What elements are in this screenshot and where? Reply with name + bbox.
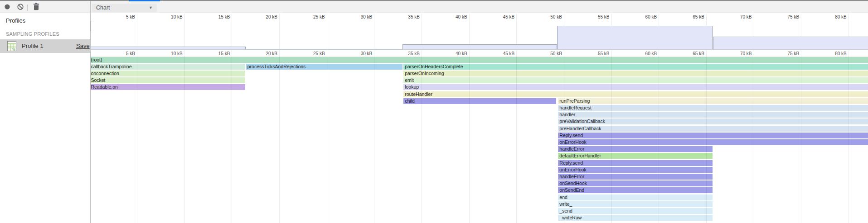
main-tick-label: 25 kB xyxy=(307,51,325,56)
flame-bar-routehandler[interactable]: routeHandler xyxy=(403,91,868,97)
flame-bar-callbacktrampoline[interactable]: callbackTrampoline xyxy=(91,64,245,70)
overview-ruler-underline xyxy=(91,21,868,21)
main-tick-label: 20 kB xyxy=(259,51,277,56)
gridline xyxy=(327,50,327,223)
gridline xyxy=(374,50,374,223)
gridline xyxy=(184,14,185,49)
overview-tick-label: 60 kB xyxy=(639,14,657,19)
flame-bar-prevalidationcallback[interactable]: preValidationCallback xyxy=(558,119,868,124)
toolbar-divider xyxy=(27,5,28,11)
overview-tick-label: 50 kB xyxy=(544,14,562,19)
main-tick-label: 10 kB xyxy=(165,51,183,56)
overview-tick-label: 55 kB xyxy=(592,14,610,19)
profile-list-item-selected[interactable]: % Profile 1 Save xyxy=(0,39,90,53)
record-heap-profile-button[interactable] xyxy=(1,1,14,13)
flame-chart-pane: 5 kB10 kB15 kB20 kB25 kB30 kB35 kB40 kB4… xyxy=(91,13,868,223)
chevron-down-icon: ▼ xyxy=(149,4,153,12)
overview-tick-label: 70 kB xyxy=(734,14,752,19)
main-tick-label: 75 kB xyxy=(781,51,799,56)
flame-bar-processticksandrejections[interactable]: processTicksAndRejections xyxy=(246,64,402,70)
overview-tick-label: 75 kB xyxy=(781,14,799,19)
flame-bar-send[interactable]: _send xyxy=(558,208,713,214)
flame-bar-onconnection[interactable]: onconnection xyxy=(91,71,245,76)
flame-bar-child[interactable]: child xyxy=(403,98,556,104)
view-mode-select[interactable]: Chart ▼ xyxy=(92,4,157,12)
flame-bar-end[interactable]: end xyxy=(558,195,713,200)
delete-profile-button[interactable] xyxy=(30,1,43,13)
flame-bar-onsendhook[interactable]: onSendHook xyxy=(558,180,713,186)
flame-bar-reply-send[interactable]: Reply.send xyxy=(558,160,713,166)
gridline xyxy=(374,14,374,49)
trash-icon xyxy=(30,1,43,13)
flame-bar-runpreparsing[interactable]: runPreParsing xyxy=(558,98,868,104)
overview-area-segment xyxy=(557,26,713,49)
flame-bar-handleerror[interactable]: handleError xyxy=(558,146,713,152)
flame-bar-prehandlercallback[interactable]: preHandlerCallback xyxy=(558,126,868,132)
flame-bar-emit[interactable]: emit xyxy=(403,77,868,83)
profile-save-link[interactable]: Save xyxy=(76,43,90,49)
main-tick-label: 65 kB xyxy=(686,51,704,56)
main-tick-label: 35 kB xyxy=(402,51,420,56)
flame-bar-socket[interactable]: Socket xyxy=(91,77,245,83)
flame-bar-handlerequest[interactable]: handleRequest xyxy=(558,105,868,111)
main-tick-label: 55 kB xyxy=(592,51,610,56)
overview-tick-label: 10 kB xyxy=(165,14,183,19)
gridline xyxy=(327,14,327,49)
flame-bar-onerrorhook[interactable]: onErrorHook xyxy=(558,139,868,145)
flame-bar-lookup[interactable]: lookup xyxy=(403,84,868,90)
overview-window-grippy[interactable] xyxy=(91,21,91,31)
flame-bar-write[interactable]: write_ xyxy=(558,201,713,207)
flame-bar-parseronincoming[interactable]: parserOnIncoming xyxy=(403,71,868,76)
record-icon xyxy=(1,1,14,13)
flame-bar-handler[interactable]: handler xyxy=(558,112,868,118)
flame-bar-handleerror[interactable]: handleError xyxy=(558,174,713,180)
gridline xyxy=(279,50,280,223)
flame-bar-parseronheaderscomplete[interactable]: parserOnHeadersComplete xyxy=(403,64,868,70)
overview-tick-label: 65 kB xyxy=(686,14,704,19)
overview-tick-label: 20 kB xyxy=(259,14,277,19)
sidebar-title: Profiles xyxy=(6,17,25,24)
main-tick-label: 5 kB xyxy=(117,51,135,56)
main-tick-label: 30 kB xyxy=(354,51,372,56)
overview-tick-label: 80 kB xyxy=(829,14,847,19)
flame-bar-readable-on[interactable]: Readable.on xyxy=(91,84,245,90)
flame-bar-defaulterrorhandler[interactable]: defaultErrorHandler xyxy=(558,153,713,159)
gridline xyxy=(137,14,137,49)
flame-bar-onerrorhook[interactable]: onErrorHook xyxy=(558,167,713,173)
main-tick-label: 40 kB xyxy=(449,51,467,56)
flame-bar-reply-send[interactable]: Reply.send xyxy=(558,133,868,138)
block-icon xyxy=(14,1,27,13)
overview-tick-label: 15 kB xyxy=(212,14,230,19)
view-mode-value: Chart xyxy=(96,5,110,11)
profile-name: Profile 1 xyxy=(22,43,44,49)
devtools-memory-sampling-panel: { "accent": {"tab_underline": "#1a73e8",… xyxy=(0,0,868,223)
overview-tick-label: 45 kB xyxy=(496,14,514,19)
main-tick-label: 50 kB xyxy=(544,51,562,56)
active-tab-underline xyxy=(129,0,160,1)
flame-bar-writeraw[interactable]: _writeRaw xyxy=(558,215,713,221)
main-tick-label: 80 kB xyxy=(829,51,847,56)
main-tick-label: 45 kB xyxy=(496,51,514,56)
overview-area-segment xyxy=(713,37,868,49)
flame-bar-root[interactable]: (root) xyxy=(91,57,868,63)
sidebar-chart-splitter[interactable] xyxy=(90,1,91,223)
main-tick-label: 70 kB xyxy=(734,51,752,56)
clear-profiles-button[interactable] xyxy=(14,1,27,13)
overview-area-segment xyxy=(402,44,557,49)
profiles-sidebar: Profiles SAMPLING PROFILES % Profile 1 S… xyxy=(0,13,90,223)
profile-table-icon: % xyxy=(7,41,16,51)
profiler-toolbar: Chart ▼ xyxy=(0,1,868,13)
overview-tick-label: 30 kB xyxy=(354,14,372,19)
gridline xyxy=(232,14,232,49)
sampling-profiles-section-label: SAMPLING PROFILES xyxy=(6,31,59,37)
main-tick-label: 60 kB xyxy=(639,51,657,56)
overview-tick-label: 35 kB xyxy=(402,14,420,19)
overview-tick-label: 40 kB xyxy=(449,14,467,19)
overview-tick-label: 25 kB xyxy=(307,14,325,19)
overview-tick-label: 5 kB xyxy=(117,14,135,19)
main-tick-label: 15 kB xyxy=(212,51,230,56)
svg-text:%: % xyxy=(12,47,15,52)
gridline xyxy=(279,14,280,49)
overview-separator xyxy=(91,49,868,50)
flame-bar-onsendend[interactable]: onSendEnd xyxy=(558,187,713,193)
